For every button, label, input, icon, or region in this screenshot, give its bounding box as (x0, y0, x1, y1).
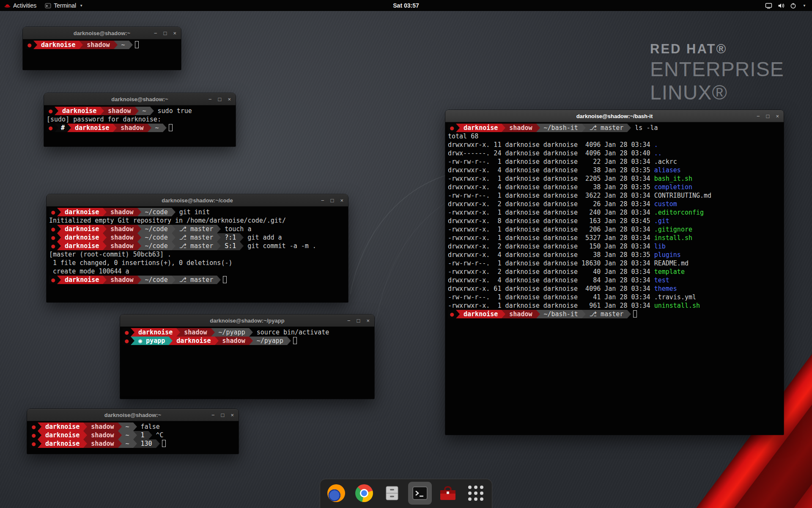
terminal-line: -rw-rw-r--. 1 darknoise darknoise 3622 J… (448, 191, 784, 200)
file-name: bash_it.sh (654, 174, 692, 183)
dock-item-chrome[interactable] (352, 482, 376, 505)
maximize-button[interactable]: □ (164, 30, 167, 36)
powerline-arrow (536, 310, 540, 318)
powerline-arrow (172, 242, 176, 250)
powerline-arrow (150, 107, 154, 115)
app-menu-terminal[interactable]: Terminal ▼ (41, 0, 87, 11)
app-grid-dot (480, 491, 483, 495)
powerline-arrow (582, 124, 586, 132)
dock-item-app-grid[interactable] (464, 482, 488, 505)
terminal-line: 1 file changed, 0 insertions(+), 0 delet… (49, 259, 348, 267)
terminal-output[interactable]: ●darknoiseshadow~/pyapp source bin/activ… (120, 327, 374, 399)
powerline-arrow (38, 422, 41, 431)
terminal-cursor (169, 124, 173, 131)
terminal-line: ●darknoiseshadow~/code⎇ master?:1 git ad… (49, 233, 348, 242)
activities-button[interactable]: Activities (0, 0, 41, 11)
terminal-line: drwxrwxr-x. 4 darknoise darknoise 38 Jan… (448, 166, 784, 174)
window-title: darknoise@shadow:~/bash-it (576, 113, 653, 119)
close-button[interactable]: × (776, 113, 779, 119)
terminal-output[interactable]: ●darknoiseshadow~ sudo true[sudo] passwo… (44, 105, 236, 146)
files-icon (384, 485, 401, 502)
minimize-button[interactable]: − (211, 412, 215, 418)
powerline-arrow (176, 328, 180, 337)
prompt-segment-user: darknoise (61, 208, 103, 216)
prompt-segment-st: 1 (137, 431, 148, 439)
prompt-segment-venv: ◉ pyapp (134, 337, 169, 345)
terminal-window-home-small[interactable]: darknoise@shadow:~ − □ × ●darknoiseshado… (23, 27, 181, 70)
terminal-line: ●darknoiseshadow~ (25, 41, 181, 49)
dock-item-firefox[interactable] (324, 482, 348, 505)
terminal-text: [sudo] password for darknoise: (47, 115, 165, 124)
titlebar[interactable]: darknoise@shadow:~/bash-it − □ × (445, 110, 784, 122)
prompt-segment-host: shadow (87, 431, 118, 439)
dock-item-files[interactable] (380, 482, 404, 505)
terminal-line: -rwxrwxr-x. 1 darknoise darknoise 2205 J… (448, 174, 784, 183)
prompt-segment-mark: ● (448, 124, 456, 132)
dock-item-toolbox[interactable] (436, 482, 460, 505)
terminal-line: -rwxrwxr-x. 2 darknoise darknoise 40 Jan… (448, 268, 784, 276)
close-button[interactable]: × (173, 30, 176, 36)
prompt-segment-mark: ● (123, 328, 131, 337)
maximize-button[interactable]: □ (331, 198, 334, 203)
maximize-button[interactable]: □ (218, 97, 222, 102)
terminal-text: drwx------. 24 darknoise darknoise 4096 … (448, 149, 654, 157)
terminal-line: ●darknoiseshadow~130 (30, 439, 239, 448)
app-grid-dot (480, 497, 483, 501)
close-button[interactable]: × (366, 318, 370, 323)
command-text: false (137, 422, 160, 431)
prompt-segment-mark: ● (30, 439, 38, 448)
terminal-output[interactable]: ●darknoiseshadow~/bash-it⎇ master ls -la… (445, 122, 784, 435)
dock-item-terminal[interactable] (408, 482, 432, 505)
maximize-button[interactable]: □ (357, 318, 360, 323)
clock[interactable]: Sat 03:57 (393, 2, 419, 9)
terminal-line: drwxrwxr-x. 4 darknoise darknoise 84 Jan… (448, 276, 784, 284)
powerline-arrow (148, 431, 152, 439)
titlebar[interactable]: darknoise@shadow:~ − □ × (27, 409, 239, 421)
system-status-area[interactable]: ▼ (765, 0, 812, 11)
powerline-arrow (137, 242, 141, 250)
maximize-button[interactable]: □ (221, 412, 225, 418)
terminal-line: drwxrwxr-x. 2 darknoise darknoise 150 Ja… (448, 242, 784, 251)
terminal-output[interactable]: ●darknoiseshadow~ (23, 39, 181, 70)
titlebar[interactable]: darknoise@shadow:~/code − □ × (47, 194, 348, 207)
terminal-line: -rw-rw-r--. 1 darknoise darknoise 41 Jan… (448, 293, 784, 301)
terminal-window-code[interactable]: darknoise@shadow:~/code − □ × ●darknoise… (47, 194, 348, 302)
terminal-text: 1 file changed, 0 insertions(+), 0 delet… (49, 259, 232, 267)
prompt-segment-mark: ● (49, 276, 57, 284)
terminal-text: -rwxrwxr-x. 2 darknoise darknoise 40 Jan… (448, 268, 654, 276)
powerline-arrow (67, 124, 71, 132)
minimize-button[interactable]: − (347, 318, 351, 323)
minimize-button[interactable]: − (208, 97, 212, 102)
terminal-window-pyapp[interactable]: darknoise@shadow:~/pyapp − □ × ●darknois… (120, 315, 374, 399)
app-grid-dot (468, 497, 472, 501)
terminal-output[interactable]: ●darknoiseshadow~/code git initInitializ… (47, 207, 348, 302)
terminal-cursor (293, 337, 297, 344)
powerline-arrow (114, 41, 118, 49)
minimize-button[interactable]: − (321, 198, 324, 203)
terminal-window-sudo[interactable]: darknoise@shadow:~ − □ × ●darknoiseshado… (44, 93, 236, 146)
terminal-output[interactable]: ●darknoiseshadow~ false●darknoiseshadow~… (27, 421, 239, 454)
file-name: themes (654, 284, 677, 293)
terminal-text: drwxrwxr-x. 8 darknoise darknoise 163 Ja… (448, 217, 654, 225)
titlebar[interactable]: darknoise@shadow:~/pyapp − □ × (120, 315, 374, 327)
app-grid-dot (480, 486, 483, 489)
close-button[interactable]: × (228, 97, 231, 102)
titlebar[interactable]: darknoise@shadow:~ − □ × (23, 27, 181, 39)
prompt-segment-path: ~ (122, 422, 133, 431)
close-button[interactable]: × (230, 412, 234, 418)
top-bar: Activities Terminal ▼ Sat 03:57 ▼ (0, 0, 812, 11)
minimize-button[interactable]: − (154, 30, 157, 36)
terminal-text: total 68 (448, 132, 478, 141)
maximize-button[interactable]: □ (766, 113, 770, 119)
prompt-segment-user: darknoise (460, 124, 502, 132)
titlebar[interactable]: darknoise@shadow:~ − □ × (44, 93, 236, 105)
powerline-arrow (215, 337, 219, 345)
prompt-segment-root: # (58, 124, 67, 132)
prompt-segment-user: darknoise (61, 276, 103, 284)
minimize-button[interactable]: − (757, 113, 760, 119)
app-grid-icon (468, 486, 483, 501)
terminal-window-bash-it[interactable]: darknoise@shadow:~/bash-it − □ × ●darkno… (445, 110, 784, 435)
terminal-window-exit-codes[interactable]: darknoise@shadow:~ − □ × ●darknoiseshado… (27, 409, 239, 454)
app-grid-dot (468, 486, 472, 489)
close-button[interactable]: × (340, 198, 343, 203)
